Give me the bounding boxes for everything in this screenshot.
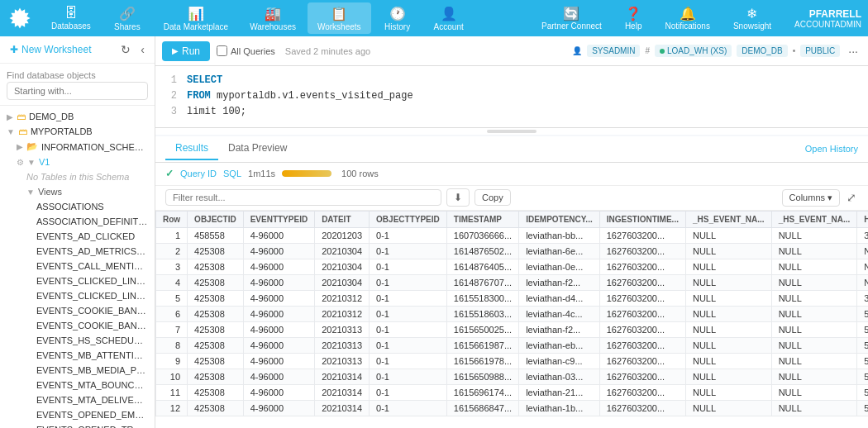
nav-notifications[interactable]: 🔔 Notifications (658, 2, 716, 34)
chevron-down-icon: ▾ (827, 193, 832, 203)
col-hs-event-2: _HS_EVENT_NA... (771, 211, 857, 227)
table-row: 74253084-96000202103130-11615650025...le… (156, 321, 869, 337)
nav-warehouses[interactable]: 🏭 Warehouses (240, 2, 306, 34)
tree-db-myportaldb[interactable]: ▼ 🗃 MYPORTALDB (0, 124, 155, 139)
collapse-button[interactable]: ‹ (137, 41, 148, 58)
table-cell: NULL (771, 290, 857, 306)
more-options-button[interactable]: ··· (845, 43, 861, 59)
snowflake-logo[interactable] (7, 5, 33, 31)
table-cell: 1627603200... (599, 369, 685, 384)
tree-view-events-opened-inbox[interactable]: EVENTS_OPENED_TRACKED_INBOX... (0, 422, 155, 428)
table-header: Row OBJECTID EVENTTYPEID DATEIT OBJECTTY… (156, 211, 869, 227)
table-cell: leviathan-6e... (519, 243, 600, 259)
table-cell: NULL (771, 306, 857, 321)
table-cell: NULL (857, 274, 868, 290)
user-profile[interactable]: PFARRELL ACCOUNTADMIN (794, 8, 861, 29)
copy-button[interactable]: Copy (475, 189, 511, 206)
table-cell: 1627603200... (599, 290, 685, 306)
nav-partner-connect[interactable]: 🔄 Partner Connect (535, 2, 608, 34)
nav-databases[interactable]: 🗄 Databases (41, 2, 101, 34)
table-cell: 4-96000 (243, 400, 314, 416)
table-cell: leviathan-0e... (519, 259, 600, 274)
columns-button[interactable]: Columns ▾ (782, 189, 840, 207)
tree-schema-infosys[interactable]: ▶ 📂 INFORMATION_SCHEMA (0, 139, 155, 155)
tree-view-events-ad-click[interactable]: EVENTS_AD_CLICKED (0, 229, 155, 244)
query-id-link[interactable]: Query ID (180, 169, 217, 178)
nav-shares[interactable]: 🔗 Shares (103, 2, 152, 34)
nav-help[interactable]: ❓ Help (618, 2, 649, 34)
col-hs-content: HS_CONTENT_II... (857, 211, 868, 227)
tree-view-events-clicked-track[interactable]: EVENTS_CLICKED_LINK_IN_TRAC... (0, 288, 155, 303)
table-cell: 425308 (188, 337, 244, 353)
tree-view-events-hs-sched[interactable]: EVENTS_HS_SCHEDULED_EMAIL_V2 (0, 333, 155, 348)
database-badge[interactable]: DEMO_DB (737, 45, 787, 57)
db-icon: 🗃 (17, 112, 26, 121)
download-button[interactable]: ⬇ (446, 188, 470, 207)
search-input[interactable] (7, 82, 148, 100)
table-cell: 425308 (188, 274, 244, 290)
table-cell: 1615650988... (446, 369, 518, 384)
chevron-right-icon2: ▶ (17, 142, 23, 151)
tree-view-events-ad-metrics[interactable]: EVENTS_AD_METRICS_IMPORTED_... (0, 244, 155, 259)
nav-history[interactable]: 🕐 History (373, 2, 422, 34)
tree-view-events-mb-media[interactable]: EVENTS_MB_MEDIA_PLAYED (0, 363, 155, 378)
nav-worksheets[interactable]: 📋 Worksheets (308, 2, 371, 34)
table-cell: 1615518300... (446, 290, 518, 306)
table-cell: 425308 (188, 353, 244, 369)
tree-view-events-mb-attn[interactable]: EVENTS_MB_ATTENTION_SPAN (0, 348, 155, 363)
tree-view-events-mta-bounced[interactable]: EVENTS_MTA_BOUNCED_EMAIL_V2 (0, 378, 155, 392)
table-cell: 355035799 (857, 290, 868, 306)
table-row: 124253084-96000202103140-11615686847...l… (156, 400, 869, 416)
table-cell: 1615686847... (446, 400, 518, 416)
row-number-cell: 8 (156, 337, 188, 353)
nav-account[interactable]: 👤 Account (424, 2, 474, 34)
tree-schema-v1[interactable]: ⚙ ▼ V1 (0, 155, 155, 169)
role-badge[interactable]: SYSADMIN (587, 45, 640, 57)
sql-link[interactable]: SQL (223, 169, 241, 178)
tree-views-section[interactable]: ▼ Views (0, 184, 155, 199)
nav-snowsight[interactable]: ❄ Snowsight (727, 2, 778, 34)
schema-icon: 📂 (26, 141, 38, 152)
run-button[interactable]: ▶ Run (162, 41, 210, 61)
tree-view-events-clicked-email[interactable]: EVENTS_CLICKED_LINK_IN_EMAI... (0, 273, 155, 288)
table-cell: 5740420897 (857, 353, 868, 369)
table-cell: 425308 (188, 306, 244, 321)
table-cell: 1614876405... (446, 259, 518, 274)
success-icon: ✓ (165, 168, 174, 179)
new-worksheet-button[interactable]: ✚ New Worksheet (7, 42, 114, 57)
schema-badge[interactable]: PUBLIC (800, 45, 840, 57)
tree-view-events-call[interactable]: EVENTS_CALL_MENTIONED_KEYW... (0, 259, 155, 273)
table-cell: 425308 (188, 290, 244, 306)
row-number-cell: 5 (156, 290, 188, 306)
table-row: 64253084-96000202103120-11615518603...le… (156, 306, 869, 321)
open-history-button[interactable]: Open History (805, 144, 858, 154)
table-cell: 1615650025... (446, 321, 518, 337)
tree-view-associations[interactable]: ASSOCIATIONS (0, 199, 155, 214)
all-queries-checkbox[interactable] (217, 45, 227, 56)
tree-view-events-cookie-clicked[interactable]: EVENTS_COOKIE_BANNER_CLICKED (0, 303, 155, 318)
code-editor[interactable]: 1 SELECT 2 FROM myportaldb.v1.events_vis… (155, 66, 868, 128)
table-cell: NULL (771, 400, 857, 416)
filter-area: ⬇ Copy Columns ▾ ⤢ (155, 186, 868, 211)
table-cell: NULL (685, 227, 771, 243)
dot-sep: • (793, 46, 796, 55)
filter-input[interactable] (165, 189, 441, 206)
tab-data-preview[interactable]: Data Preview (218, 137, 297, 160)
tab-results[interactable]: Results (165, 137, 218, 160)
all-queries-checkbox-label[interactable]: All Queries (217, 45, 275, 56)
table-cell: NULL (771, 353, 857, 369)
row-number-cell: 1 (156, 227, 188, 243)
tree-view-assoc-def[interactable]: ASSOCIATION_DEFINITIONS (0, 214, 155, 229)
tree-db-demodb[interactable]: ▶ 🗃 DEMO_DB (0, 109, 155, 124)
tree-view-events-cookie-viewed[interactable]: EVENTS_COOKIE_BANNER_VIEWED (0, 318, 155, 333)
expand-button[interactable]: ⤢ (845, 189, 858, 206)
table-cell: 4-96000 (243, 243, 314, 259)
tree-view-events-opened-email[interactable]: EVENTS_OPENED_EMAIL_V2 (0, 407, 155, 422)
warehouse-badge[interactable]: LOAD_WH (XS) (655, 45, 732, 57)
table-cell: 4-96000 (243, 384, 314, 400)
data-table-wrap[interactable]: Row OBJECTID EVENTTYPEID DATEIT OBJECTTY… (155, 211, 868, 428)
refresh-button[interactable]: ↻ (117, 41, 134, 58)
nav-marketplace[interactable]: 📊 Data Marketplace (154, 2, 238, 34)
tree-view-events-mta-deliv[interactable]: EVENTS_MTA_DELIVERED_EMAIL_V2 (0, 392, 155, 407)
row-number-cell: 7 (156, 321, 188, 337)
